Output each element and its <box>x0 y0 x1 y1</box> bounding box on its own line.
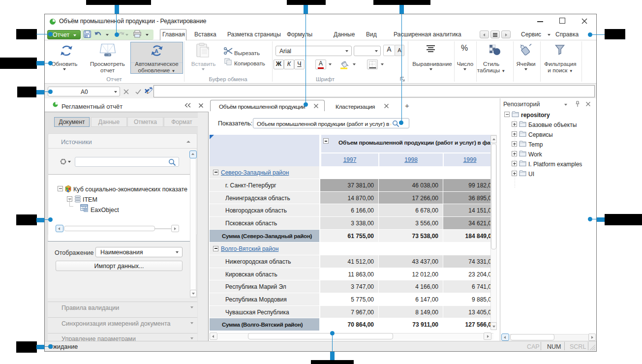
svg-text:A: A <box>154 48 158 54</box>
